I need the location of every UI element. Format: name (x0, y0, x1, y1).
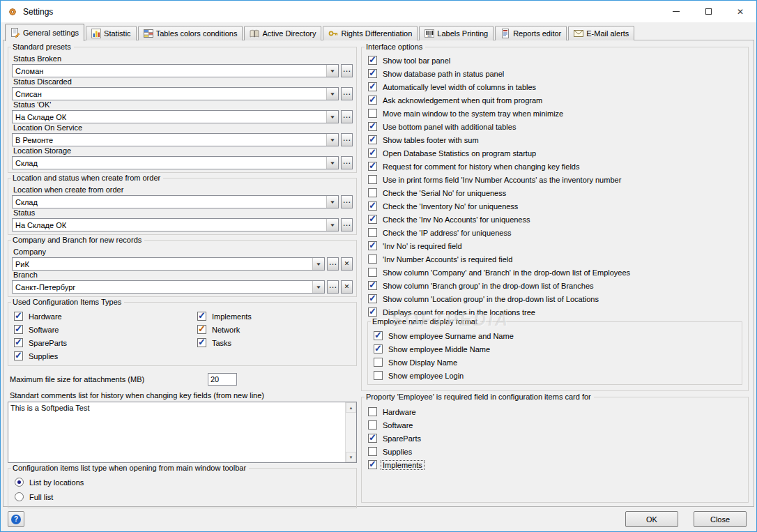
checkbox-row[interactable]: Show employee Login (372, 369, 738, 382)
combo-box[interactable]: Сломан ▼ (12, 64, 339, 77)
checkbox-row[interactable]: Tasks (195, 336, 253, 349)
combo-box[interactable]: РиК ▼ (12, 257, 325, 271)
comments-textarea[interactable]: This is a Softpedia Test ▲ ▼ (8, 402, 357, 463)
scroll-down-button[interactable]: ▼ (346, 452, 356, 462)
checkbox-row[interactable]: Show column 'Company' and 'Branch' in th… (366, 266, 744, 279)
help-button[interactable]: ? (8, 511, 24, 527)
checkbox[interactable] (368, 175, 377, 184)
tab-labels-printing[interactable]: 123 Labels Printing (419, 26, 494, 40)
radio-row[interactable]: List by locations (12, 475, 353, 489)
checkbox[interactable] (368, 188, 377, 197)
checkbox[interactable] (368, 281, 377, 290)
checkbox-row[interactable]: Show tool bar panel (366, 54, 744, 67)
dropdown-button[interactable]: ▼ (312, 281, 324, 293)
checkbox[interactable] (368, 294, 377, 303)
checkbox[interactable] (368, 82, 377, 91)
checkbox-row[interactable]: 'Inv Number Accounts' is required field (366, 252, 744, 266)
ellipsis-button[interactable]: … (341, 133, 353, 146)
checkbox[interactable] (14, 338, 23, 347)
checkbox[interactable] (197, 325, 206, 334)
ellipsis-button[interactable]: … (341, 218, 353, 231)
checkbox[interactable] (368, 69, 377, 78)
checkbox[interactable] (368, 56, 377, 65)
checkbox[interactable] (368, 420, 377, 430)
close-window-button[interactable]: ✕ (724, 1, 756, 22)
max-file-size-input[interactable] (208, 373, 237, 386)
tab-tables-colors-conditions[interactable]: Tables colors conditions (138, 26, 243, 40)
radio-row[interactable]: Full list (12, 489, 353, 504)
tab-rights-differentiation[interactable]: Rights Differentiation (323, 26, 418, 40)
checkbox[interactable] (368, 407, 377, 416)
tab-active-directory[interactable]: Active Directory (244, 26, 321, 40)
checkbox[interactable] (14, 312, 23, 321)
clear-button[interactable]: ✕ (341, 257, 353, 271)
combo-box[interactable]: В Ремонте ▼ (12, 133, 339, 146)
checkbox[interactable] (368, 434, 377, 443)
checkbox-row[interactable]: Use bottom panel with additional tables (366, 120, 744, 133)
radio-button[interactable] (15, 492, 24, 501)
checkbox-row[interactable]: Check the 'IP address' for uniqueness (366, 226, 744, 239)
checkbox[interactable] (374, 371, 383, 380)
checkbox-row[interactable]: Automatically level width of columns in … (366, 80, 744, 93)
tab-general-settings[interactable]: General settings (5, 24, 84, 41)
checkbox[interactable] (374, 358, 383, 367)
scrollbar-track[interactable] (346, 413, 356, 452)
checkbox-row[interactable]: Implements (366, 458, 744, 471)
checkbox-row[interactable]: Show Display Name (372, 356, 738, 369)
checkbox-row[interactable]: Show tables footer with sum (366, 133, 744, 146)
checkbox-row[interactable]: Check the 'Inv No Accounts' for uniquene… (366, 213, 744, 226)
checkbox-row[interactable]: 'Inv No' is required field (366, 239, 744, 252)
checkbox-row[interactable]: SpareParts (12, 336, 195, 349)
checkbox[interactable] (368, 162, 377, 171)
dropdown-button[interactable]: ▼ (326, 219, 338, 231)
checkbox[interactable] (368, 109, 377, 118)
scroll-up-button[interactable]: ▲ (346, 402, 356, 413)
checkbox-row[interactable]: SpareParts (366, 432, 744, 445)
dropdown-button[interactable]: ▼ (326, 111, 338, 123)
checkbox-row[interactable]: Network (195, 323, 253, 336)
dropdown-button[interactable]: ▼ (326, 157, 338, 169)
checkbox-row[interactable]: Supplies (366, 445, 744, 458)
checkbox-row[interactable]: Show employee Middle Name (372, 342, 738, 356)
minimize-button[interactable] (660, 1, 692, 22)
combo-box[interactable]: Склад ▼ (12, 156, 339, 169)
checkbox[interactable] (374, 331, 383, 340)
checkbox-row[interactable]: Show database path in status panel (366, 67, 744, 80)
combo-box[interactable]: На Складе ОК ▼ (12, 218, 339, 231)
checkbox[interactable] (14, 351, 23, 360)
checkbox[interactable] (368, 135, 377, 144)
checkbox[interactable] (368, 228, 377, 237)
checkbox-row[interactable]: Show employee Surname and Name (372, 329, 738, 342)
ellipsis-button[interactable]: … (327, 280, 339, 294)
ellipsis-button[interactable]: … (341, 195, 353, 208)
combo-box[interactable]: На Складе ОК ▼ (12, 110, 339, 123)
ellipsis-button[interactable]: … (341, 87, 353, 100)
dropdown-button[interactable]: ▼ (312, 258, 324, 270)
checkbox-row[interactable]: Check the 'Serial No' for uniqueness (366, 186, 744, 199)
checkbox-row[interactable]: Hardware (12, 310, 195, 323)
checkbox-row[interactable]: Hardware (366, 405, 744, 418)
checkbox-row[interactable]: Open Database Statistics on program star… (366, 146, 744, 160)
ellipsis-button[interactable]: … (327, 257, 339, 271)
dropdown-button[interactable]: ▼ (326, 196, 338, 208)
combo-box[interactable]: Санкт-Петербург ▼ (12, 280, 325, 294)
checkbox-row[interactable]: Move main window to the system tray when… (366, 107, 744, 120)
checkbox[interactable] (14, 325, 23, 334)
checkbox[interactable] (368, 307, 377, 317)
checkbox[interactable] (374, 344, 383, 354)
dropdown-button[interactable]: ▼ (326, 88, 338, 100)
checkbox-row[interactable]: Implements (195, 310, 253, 323)
ellipsis-button[interactable]: … (341, 156, 353, 169)
tab-reports-editor[interactable]: Reports editor (495, 26, 567, 40)
ellipsis-button[interactable]: … (341, 64, 353, 77)
dropdown-button[interactable]: ▼ (326, 134, 338, 146)
checkbox[interactable] (368, 96, 377, 105)
checkbox[interactable] (368, 149, 377, 158)
radio-button[interactable] (15, 478, 24, 487)
checkbox[interactable] (368, 215, 377, 224)
checkbox[interactable] (368, 122, 377, 131)
checkbox-row[interactable]: Show column 'Branch group' in the drop-d… (366, 279, 744, 292)
checkbox[interactable] (368, 202, 377, 211)
checkbox[interactable] (197, 338, 206, 347)
checkbox[interactable] (197, 312, 206, 321)
